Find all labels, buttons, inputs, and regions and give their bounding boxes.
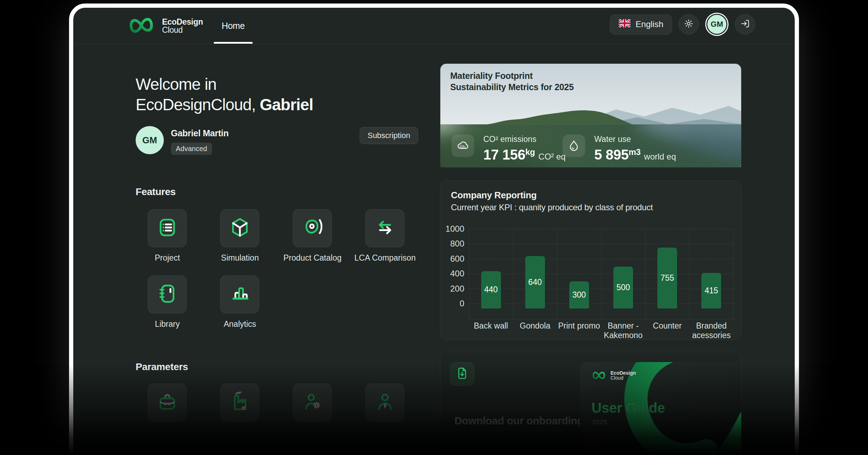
reporting-title: Company Reporting [451, 190, 537, 201]
chart-ytick: 800 [440, 239, 464, 249]
svg-text:CO₂: CO₂ [460, 145, 466, 148]
chart-bar: 500 [613, 267, 633, 308]
product-tag-icon [302, 217, 323, 240]
water-metric: Water use 5 895m3world eq [563, 135, 676, 163]
user-name: Gabriel Martin [171, 128, 229, 138]
chart-gridline [733, 229, 734, 319]
company-reporting-card: Company Reporting Current year KPI : qua… [440, 180, 742, 340]
materiality-title: Materiality Footprint Sustainability Met… [450, 70, 574, 93]
download-guide-text: Download our onboarding [454, 415, 583, 427]
chart-category-label: Back wall [469, 321, 513, 331]
chart-ytick: 400 [440, 269, 464, 279]
feature-label: Library [129, 319, 206, 329]
chart-gridline [513, 229, 513, 319]
avatar: GM [136, 126, 164, 154]
chart-gridline [689, 229, 690, 319]
ecodesign-infinity-logo-icon [126, 16, 156, 36]
chart-gridline [557, 229, 557, 319]
metrics-band: CO₂ CO² emissions 17 156kgCO² eq [440, 124, 741, 167]
chart-ytick: 200 [440, 284, 464, 294]
company-reporting-chart: 02004006008001000440Back wall640Gondola3… [440, 229, 741, 338]
download-guide-button[interactable] [450, 362, 474, 386]
parameters-title: Parameters [136, 361, 188, 373]
cover-brand-logo: EcoDesign Cloud [591, 370, 636, 380]
chart-gridline [645, 229, 646, 319]
metric-value: 17 156kgCO² eq [483, 147, 566, 163]
app-window: EcoDesign Cloud Home [69, 4, 799, 455]
chart-ytick: 600 [440, 254, 464, 264]
reporting-subtitle: Current year KPI : quanity produced by c… [451, 202, 653, 212]
tab-home[interactable]: Home [214, 8, 253, 44]
chart-ytick: 0 [440, 299, 464, 308]
log-in-door-icon [740, 18, 750, 30]
metric-label: Water use [594, 135, 676, 144]
briefcase-icon [156, 391, 178, 414]
feature-tile-product-catalog[interactable] [293, 209, 332, 247]
feature-tile-library[interactable] [148, 275, 187, 313]
feature-tile-lca-comparison[interactable] [365, 209, 404, 247]
logout-button[interactable] [735, 14, 755, 35]
welcome-heading: Welcome in EcoDesignCloud, Gabriel [136, 74, 313, 115]
chart-gridline [601, 229, 602, 319]
active-tab-underline [214, 42, 253, 44]
bar-chart-icon [229, 283, 251, 306]
features-title: Features [136, 186, 176, 198]
parameter-tile-company[interactable] [148, 384, 187, 422]
chart-category-label: Gondola [513, 321, 557, 331]
user-guide-title: User Guide [591, 400, 665, 416]
plan-badge: Advanced [171, 143, 212, 155]
chart-bar: 640 [525, 256, 545, 308]
download-document-icon [455, 366, 469, 382]
water-drop-icon [563, 135, 585, 157]
metric-value: 5 895m3world eq [594, 147, 676, 163]
chart-bar: 415 [701, 273, 721, 308]
account-icon [374, 391, 396, 414]
chart-ytick: 1000 [440, 224, 464, 234]
simulation-cube-icon [229, 217, 251, 240]
chart-gridline [469, 229, 469, 319]
language-selector[interactable]: English [610, 14, 672, 35]
chart-category-label: Branded acessories [689, 321, 733, 340]
feature-label: Project [129, 253, 206, 263]
chart-bar: 440 [481, 271, 501, 308]
gear-icon [683, 18, 694, 30]
compare-arrows-icon [374, 217, 396, 240]
parameter-tile-user-settings[interactable] [293, 384, 332, 422]
uk-flag-icon [619, 19, 631, 30]
chart-bar: 755 [657, 248, 677, 308]
co2-metric: CO₂ CO² emissions 17 156kgCO² eq [452, 135, 566, 163]
metric-label: CO² emissions [483, 135, 566, 144]
user-avatar[interactable]: GM [707, 15, 726, 34]
parameter-tile-factory[interactable] [220, 384, 259, 422]
user-guide-cover[interactable]: EcoDesign Cloud User Guide 2025 [580, 362, 742, 455]
page: EcoDesign Cloud Home [0, 0, 868, 455]
materiality-footprint-card: Materiality Footprint Sustainability Met… [440, 63, 742, 168]
feature-label: Product Catalog [274, 253, 351, 263]
feature-tile-project[interactable] [148, 209, 187, 247]
feature-tile-analytics[interactable] [220, 275, 259, 313]
notebook-icon [156, 283, 178, 306]
chart-category-label: Counter [645, 321, 689, 331]
language-label: English [636, 19, 663, 29]
feature-tile-simulation[interactable] [220, 209, 259, 247]
factory-icon [229, 391, 251, 414]
cover-brand-name: EcoDesign Cloud [610, 370, 636, 380]
profile-block: GM Gabriel Martin Advanced [136, 126, 229, 155]
co2-cloud-icon: CO₂ [452, 135, 474, 157]
chart-category-label: Banner - Kakemono [601, 321, 645, 340]
parameter-tile-account[interactable] [365, 384, 404, 422]
top-nav: EcoDesign Cloud Home [73, 8, 795, 44]
project-icon [156, 217, 178, 240]
subscription-button[interactable]: Subscription [360, 127, 418, 144]
chart-category-label: Print promo [557, 321, 601, 331]
settings-button[interactable] [678, 14, 699, 35]
chart-bar: 300 [569, 281, 589, 308]
onboarding-guide-card: Download our onboarding [440, 352, 742, 455]
feature-label: LCA Comparison [346, 253, 424, 263]
brand-logo: EcoDesign Cloud [126, 16, 203, 36]
feature-label: Analytics [201, 319, 279, 329]
feature-label: Simulation [201, 253, 279, 263]
chart-gridline [469, 319, 733, 319]
user-guide-year: 2025 [592, 418, 607, 426]
user-settings-icon [302, 391, 323, 414]
